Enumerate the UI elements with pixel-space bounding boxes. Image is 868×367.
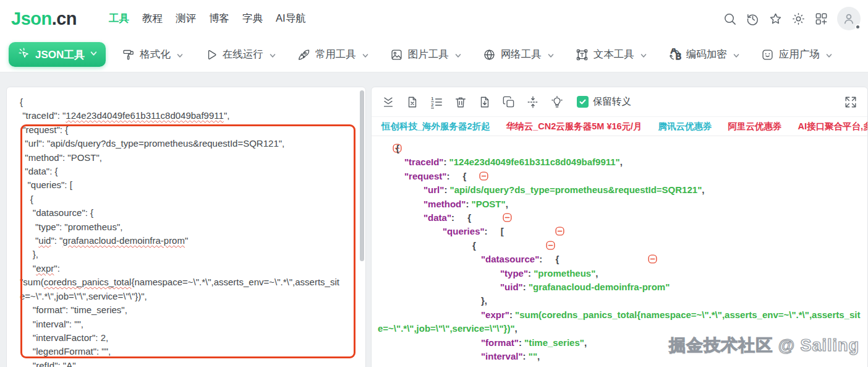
editor-line: e=~\".*\",job=\"\",service=\"\"})", [20, 290, 358, 303]
chevron-down-icon [454, 51, 462, 58]
avatar-status-dot [855, 24, 861, 30]
menu-item-label: 网络工具 [501, 48, 542, 61]
tree-line: "datasource": { [378, 253, 864, 266]
chevron-down-icon [269, 51, 276, 58]
trash-icon[interactable] [454, 95, 467, 109]
menu-item-label: 图片工具 [408, 48, 449, 61]
editor-line: "queries": [ [20, 178, 358, 192]
logo-part-green: Json [11, 9, 52, 28]
tools-menu: 格式化在线运行常用工具图片工具网络工具文本工具AB编码加密应用广场 [122, 48, 833, 61]
file-remove-icon[interactable] [406, 95, 419, 109]
editor-scrollbar[interactable] [360, 90, 364, 261]
menu-item-run[interactable]: 在线运行 [205, 48, 276, 61]
collapse-icon[interactable] [453, 171, 462, 180]
tree-line: "url": "api/ds/query?ds_type=prometheus&… [378, 183, 864, 197]
ad-link[interactable]: 华纳云_CN2云服务器5M ¥16元/月 [506, 121, 642, 132]
logo-part-dark: .cn [52, 9, 77, 28]
json-tools-label: JSON工具 [35, 48, 85, 62]
favorite-icon[interactable] [768, 12, 783, 26]
collapse-icon[interactable] [545, 254, 554, 263]
menu-item-appstore[interactable]: 应用广场 [761, 48, 833, 61]
avatar[interactable] [837, 7, 861, 30]
text-icon [576, 48, 589, 61]
fullscreen-icon[interactable] [844, 95, 857, 109]
nav-item[interactable]: 教程 [142, 12, 163, 25]
editor-line: }, [20, 248, 358, 261]
editor-line: "legendFormat": "", [20, 345, 358, 358]
ad-link[interactable]: 恒创科技_海外服务器2折起 [381, 121, 490, 132]
editor-line: "method": "POST", [20, 151, 358, 165]
theme-icon[interactable] [791, 12, 806, 26]
ad-link[interactable]: 腾讯云优惠券 [658, 121, 712, 132]
json-tools-button[interactable]: JSON工具 [9, 42, 106, 67]
collapse-icon[interactable] [490, 226, 500, 235]
nav-item[interactable]: 字典 [242, 12, 263, 25]
tree-line: { [378, 142, 864, 155]
menu-item-format[interactable]: 格式化 [122, 48, 184, 61]
tree-line: "data": { [378, 211, 864, 225]
tree-line: "intervalFactor": 2 [378, 364, 864, 367]
ordered-list-icon[interactable]: 12 [430, 95, 443, 109]
json-input-panel: { "traceId": "124e23d4049fe61b311c8d049b… [6, 87, 366, 367]
collapse-all-icon[interactable] [381, 95, 395, 109]
globe-icon [483, 48, 496, 61]
tree-line: "type": "prometheus", [378, 267, 864, 280]
tips-icon[interactable] [550, 95, 564, 109]
ad-link[interactable]: 阿里云优惠券 [728, 121, 782, 132]
copy-icon[interactable] [502, 95, 516, 109]
menu-item-label: 格式化 [140, 48, 171, 61]
tree-line: "method": "POST", [378, 197, 864, 211]
collapse-icon[interactable] [385, 143, 394, 152]
nav-item[interactable]: 博客 [209, 12, 229, 25]
chevron-down-icon [362, 51, 369, 58]
nav-item[interactable]: 工具 [109, 12, 129, 25]
nav-item[interactable]: 测评 [176, 12, 196, 25]
chevron-down-icon [733, 51, 740, 58]
keep-escape-label: 保留转义 [593, 95, 631, 108]
tree-line: "uid": "grafanacloud-demoinfra-prom" [378, 280, 864, 294]
editor-line: "url": "api/ds/query?ds_type=prometheus&… [20, 137, 358, 150]
run-icon [205, 48, 218, 61]
menu-item-globe[interactable]: 网络工具 [483, 48, 555, 61]
chevron-down-icon [547, 51, 555, 58]
menu-item-encode[interactable]: AB编码加密 [668, 48, 740, 61]
editor-line: { [20, 192, 358, 206]
compress-icon[interactable] [526, 95, 540, 109]
apps-icon[interactable] [814, 12, 828, 26]
editor-line: "interval": "", [20, 317, 358, 331]
site-logo[interactable]: Json.cn [11, 9, 77, 29]
search-icon[interactable] [723, 12, 737, 26]
json-tree: {"traceId": "124e23d4049fe61b311c8d049ba… [372, 136, 867, 367]
collapse-icon[interactable] [462, 240, 471, 249]
collapse-icon[interactable] [457, 212, 466, 222]
tools-toolbar: JSON工具 格式化在线运行常用工具图片工具网络工具文本工具AB编码加密应用广场 [0, 37, 868, 72]
tree-line: { [378, 239, 864, 253]
menu-item-label: 常用工具 [315, 48, 356, 61]
chevron-down-icon [825, 51, 833, 58]
chevron-down-icon [176, 51, 184, 58]
tree-line: "interval": "", [378, 350, 864, 363]
history-icon[interactable] [746, 12, 760, 26]
image-icon [390, 48, 403, 61]
file-download-icon[interactable] [478, 95, 491, 109]
main-nav: 工具教程测评博客字典AI导航 [109, 12, 306, 25]
menu-item-rocket[interactable]: 常用工具 [297, 48, 369, 61]
ad-link[interactable]: AI接口聚合平台,多模型低至一折 [798, 121, 868, 132]
editor-line: "expr": [20, 262, 358, 275]
editor-line: "sum(coredns_panics_total{namespace=~\".… [20, 275, 358, 289]
svg-text:2: 2 [431, 102, 433, 108]
nav-item[interactable]: AI导航 [276, 12, 306, 25]
menu-item-label: 在线运行 [223, 48, 263, 61]
editor-line: "refId": "A" [20, 359, 358, 367]
menu-item-image[interactable]: 图片工具 [390, 48, 462, 61]
tree-line: "queries": [ [378, 225, 864, 238]
editor-content[interactable]: { "traceId": "124e23d4049fe61b311c8d049b… [7, 87, 358, 367]
tree-line: "expr": "sum(coredns_panics_total{namesp… [378, 308, 864, 336]
header-actions [723, 7, 861, 30]
menu-item-label: 文本工具 [594, 48, 634, 61]
menu-item-label: 编码加密 [686, 48, 727, 61]
tree-line: "request": { [378, 170, 864, 183]
menu-item-text[interactable]: 文本工具 [576, 48, 647, 61]
keep-escape-checkbox[interactable] [577, 96, 589, 108]
top-header: Json.cn 工具教程测评博客字典AI导航 [0, 0, 868, 37]
